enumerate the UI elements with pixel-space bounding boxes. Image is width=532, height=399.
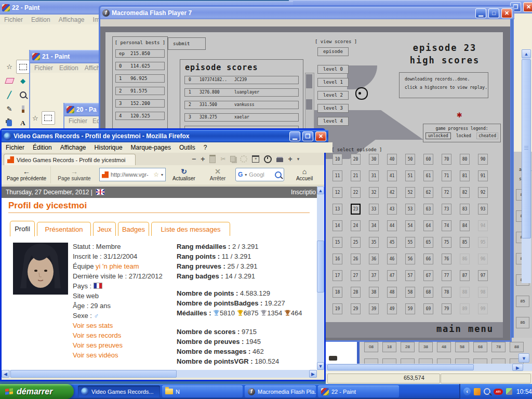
search-magnifier-icon[interactable] [275, 171, 282, 178]
episode-cell[interactable]: 17 [332, 270, 342, 281]
profile-link[interactable]: Voir ses preuves [73, 340, 123, 350]
start-button[interactable]: démarrer [0, 384, 74, 399]
episode-cell[interactable]: 73 [442, 204, 451, 215]
search-placeholder[interactable]: Googl [249, 171, 273, 178]
pencil-icon[interactable]: ✎ [3, 102, 16, 116]
episode-cell[interactable]: 79 [442, 303, 451, 314]
magnifier-icon[interactable] [16, 88, 30, 102]
episode-cell[interactable]: 51 [405, 170, 415, 181]
episode-cell[interactable]: 59 [405, 303, 415, 314]
tab-jeux[interactable]: Jeux [93, 222, 116, 236]
paste-icon[interactable] [209, 155, 216, 163]
episode-cell[interactable]: 35 [369, 237, 379, 248]
episode-cell[interactable]: 97 [478, 270, 488, 281]
episode-cell[interactable]: 74 [442, 220, 451, 231]
close-icon[interactable]: ✕ [501, 8, 512, 18]
taskbar-task-paint[interactable]: 22 - Paint [318, 385, 399, 397]
stop-button[interactable]: ✕ Arrêter [202, 166, 233, 183]
add-icon[interactable]: + [288, 155, 292, 163]
episode-cell[interactable]: 96 [478, 254, 488, 264]
episode-cell[interactable]: 60 [423, 154, 433, 165]
episode-cell[interactable]: 29 [351, 303, 361, 314]
episode-cell[interactable]: 89 [460, 303, 470, 314]
menu-item[interactable]: Affichage [59, 16, 85, 23]
home-button[interactable]: ⌂ Accueil [286, 166, 323, 183]
tray-clock[interactable]: 10:54 [516, 388, 532, 395]
menu-item[interactable]: Fichier [69, 117, 87, 125]
personal-best-row[interactable]: 1 96.925 [115, 74, 165, 83]
firefox-horizontal-scrollbar[interactable]: ◀ ▶ [2, 370, 317, 378]
menu-item[interactable]: Édition [33, 144, 52, 151]
episode-cell-fragment[interactable]: 28 [401, 342, 415, 352]
episode-cell-fragment[interactable]: 18 [382, 342, 396, 352]
episode-cell[interactable]: 36 [369, 254, 379, 264]
episode-cell[interactable]: 85 [460, 237, 470, 248]
rect-select-icon[interactable] [16, 60, 30, 74]
main-menu-button[interactable]: main menu [436, 324, 494, 334]
episode-cell[interactable]: 76 [442, 254, 451, 264]
resize-grip[interactable] [317, 370, 324, 378]
episode-cell[interactable]: 21 [351, 170, 361, 181]
episode-cell-fragment[interactable]: 38 [419, 342, 433, 352]
episode-cell[interactable]: 55 [405, 237, 415, 248]
browser-tab[interactable]: Video Games Records - Profil de yicestmo… [4, 154, 136, 165]
episode-cell[interactable]: 28 [351, 287, 361, 298]
episode-cell[interactable]: 53 [405, 204, 415, 215]
url-field[interactable]: http://www.vgr- ☆ ▾ [99, 168, 166, 181]
episode-cell[interactable]: 81 [460, 170, 470, 181]
scrollbar-thumb[interactable] [317, 241, 324, 292]
episode-cell[interactable]: 40 [387, 154, 397, 165]
episode-cell[interactable]: 19 [332, 303, 342, 314]
episode-cell-fragment[interactable]: 68 [473, 342, 487, 352]
episode-cell[interactable]: 31 [369, 170, 379, 181]
scrollbar-thumb[interactable] [306, 74, 312, 88]
episode-cell[interactable]: 34 [369, 220, 379, 231]
episode-cell-fragment[interactable]: 08 [364, 342, 378, 352]
episode-cell-fragment[interactable]: 88 [510, 342, 524, 352]
firefox-vertical-scrollbar[interactable]: ▲ ▼ [317, 187, 324, 370]
episode-cell[interactable]: 94 [478, 220, 488, 231]
scroll-up-icon[interactable]: ▲ [522, 49, 531, 58]
search-dropdown-icon[interactable]: ▾ [245, 172, 247, 177]
scroll-right-icon[interactable]: ▶ [512, 364, 523, 371]
episode-cell[interactable]: 25 [351, 237, 361, 248]
episode-cell[interactable]: 99 [478, 303, 488, 314]
fill-bucket-icon[interactable]: ◆ [16, 74, 30, 88]
episode-cell[interactable]: 88 [460, 287, 470, 298]
tray-app-icon[interactable] [474, 388, 481, 395]
episode-cell[interactable]: 64 [423, 220, 433, 231]
menu-item[interactable]: Marque-pages [131, 144, 171, 151]
url-text[interactable]: http://www.vgr- [111, 171, 151, 178]
episode-cell[interactable]: 42 [387, 187, 397, 198]
episode-cell[interactable]: 91 [478, 170, 488, 181]
episode-cell[interactable]: 20 [351, 154, 361, 165]
menu-item[interactable]: Edition [31, 16, 50, 23]
brush-icon[interactable] [16, 102, 30, 116]
episode-cell-fragment[interactable]: 85 [516, 296, 529, 307]
scroll-down-icon[interactable]: ▼ [317, 362, 324, 370]
airbrush-icon[interactable] [3, 116, 16, 130]
scroll-right-icon[interactable]: ▶ [309, 370, 317, 378]
search-field[interactable]: G ▾ Googl [235, 168, 284, 181]
episode-cell[interactable]: 38 [369, 287, 379, 298]
taskbar-task-firefox[interactable]: Video Games Records... [78, 385, 160, 397]
score-row[interactable]: 3 328.275 xaelar [184, 113, 299, 122]
background-vertical-scrollbar[interactable]: ▲ [522, 49, 531, 283]
personal-best-row[interactable]: 4 120.525 [115, 112, 165, 120]
episode-cell[interactable]: 57 [405, 270, 415, 281]
scroll-down-icon[interactable]: ▼ [518, 353, 529, 363]
episode-cell[interactable]: 65 [423, 237, 433, 248]
episode-cell[interactable]: 18 [332, 287, 342, 298]
episode-cell[interactable]: 71 [442, 170, 451, 181]
close-icon[interactable]: ✕ [315, 131, 326, 141]
episode-cell-fragment[interactable]: 58 [455, 342, 469, 352]
tray-ati-icon[interactable]: ATI [494, 389, 503, 395]
taskbar-task-flash[interactable]: f Macromedia Flash Pla... [245, 385, 316, 397]
personal-best-row[interactable]: 0 114.625 [115, 62, 165, 70]
freeform-select-icon[interactable]: ☆ [32, 111, 38, 125]
siteweb-link[interactable]: Site web [73, 292, 99, 300]
menu-item[interactable]: Outils [179, 144, 195, 151]
episode-cell[interactable]: 41 [387, 170, 397, 181]
team-link[interactable]: yi 'n phie team [96, 262, 139, 270]
view-scores-button[interactable]: level 1 [317, 78, 349, 87]
